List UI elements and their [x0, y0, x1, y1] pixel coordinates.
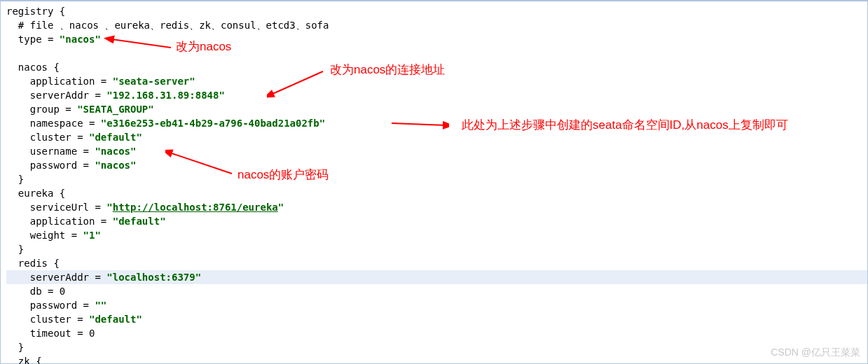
code-line: } [6, 340, 867, 354]
code-line: registry { [6, 4, 867, 18]
svg-line-3 [170, 153, 232, 174]
annotation-text: nacos的账户密码 [237, 168, 329, 182]
code-line: zk { [6, 354, 867, 364]
svg-line-2 [392, 123, 446, 125]
svg-line-1 [271, 71, 323, 94]
code-line: weight = "1" [6, 228, 867, 242]
code-line: } [6, 172, 867, 186]
code-editor[interactable]: registry { # file 、nacos 、eureka、redis、z… [0, 0, 868, 364]
arrow-icon [104, 31, 174, 52]
code-line: } [6, 242, 867, 256]
code-line: cluster = "default" [6, 312, 867, 326]
code-line: db = 0 [6, 284, 867, 298]
code-line-highlighted: serverAddr = "localhost:6379" [6, 270, 867, 284]
annotation-text: 此处为上述步骤中创建的seata命名空间ID,从nacos上复制即可 [462, 117, 861, 134]
code-line: group = "SEATA_GROUP" [6, 102, 867, 116]
svg-line-0 [111, 39, 171, 48]
arrow-icon [267, 63, 326, 102]
code-line: # file 、nacos 、eureka、redis、zk、consul、et… [6, 18, 867, 32]
arrow-icon [390, 117, 449, 130]
code-line: serviceUrl = "http://localhost:8761/eure… [6, 200, 867, 214]
code-line: application = "default" [6, 214, 867, 228]
code-line: eureka { [6, 186, 867, 200]
annotation-text: 改为nacos [176, 40, 231, 54]
code-line: timeout = 0 [6, 326, 867, 340]
watermark: CSDN @亿只王菜菜 [771, 345, 860, 359]
annotation-text: 改为nacos的连接地址 [330, 63, 445, 77]
code-line: serverAddr = "192.168.31.89:8848" [6, 88, 867, 102]
code-line: password = "" [6, 298, 867, 312]
code-line: username = "nacos" [6, 144, 867, 158]
code-line: password = "nacos" [6, 158, 867, 172]
arrow-icon [165, 147, 235, 178]
code-line: redis { [6, 256, 867, 270]
